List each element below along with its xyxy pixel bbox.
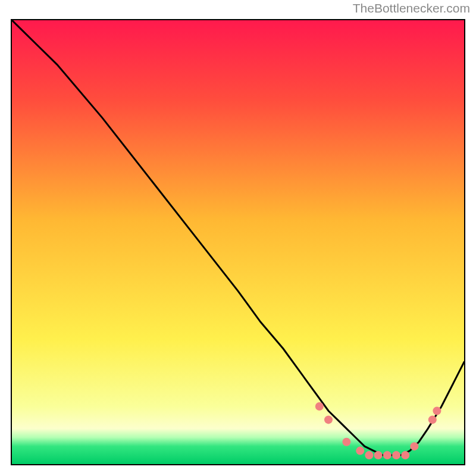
data-marker (365, 451, 373, 459)
bottleneck-curve (12, 20, 464, 455)
watermark-text: TheBottleneсker.com (353, 1, 470, 15)
data-marker (401, 451, 409, 459)
data-marker (342, 438, 350, 446)
data-marker (315, 402, 324, 411)
data-marker (433, 406, 441, 415)
data-marker (410, 442, 418, 450)
data-marker (324, 415, 333, 424)
data-marker (392, 451, 400, 459)
data-marker (428, 415, 437, 424)
curve-layer (12, 20, 464, 464)
data-marker (374, 451, 383, 459)
chart-container: TheBottleneсker.com (0, 0, 476, 476)
data-marker (356, 447, 364, 455)
data-marker (383, 451, 392, 459)
plot-area (11, 19, 465, 465)
